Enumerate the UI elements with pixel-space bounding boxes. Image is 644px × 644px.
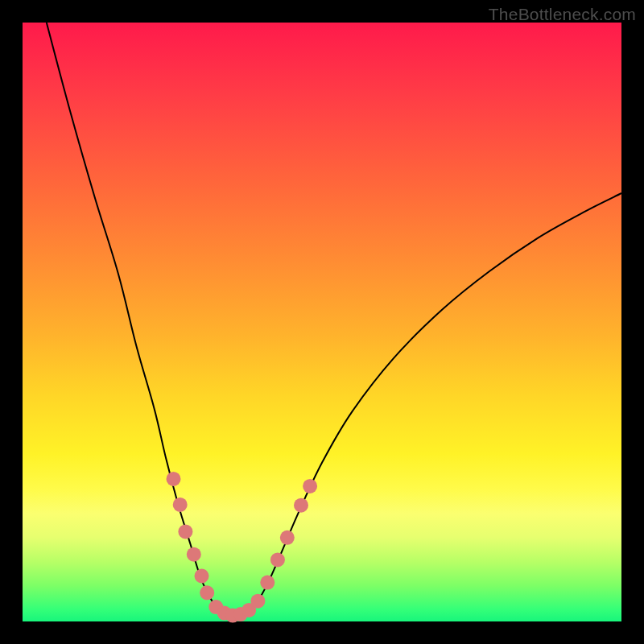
curve-svg — [23, 23, 621, 621]
data-dot — [200, 585, 214, 600]
data-dot — [187, 547, 201, 562]
data-dot — [270, 552, 285, 567]
watermark-text: TheBottleneck.com — [489, 5, 636, 24]
data-dot — [280, 530, 295, 545]
chart-frame: TheBottleneck.com — [0, 0, 644, 644]
data-dot — [260, 576, 275, 590]
data-dot — [167, 472, 181, 486]
data-dot — [303, 479, 317, 493]
data-dot — [294, 498, 308, 513]
data-dot — [178, 524, 192, 539]
data-dot — [173, 497, 188, 512]
curve-right-branch — [235, 193, 621, 617]
plot-area — [23, 23, 621, 621]
data-dot — [250, 594, 265, 609]
data-dot — [195, 569, 209, 584]
curve-left-branch — [47, 23, 235, 617]
